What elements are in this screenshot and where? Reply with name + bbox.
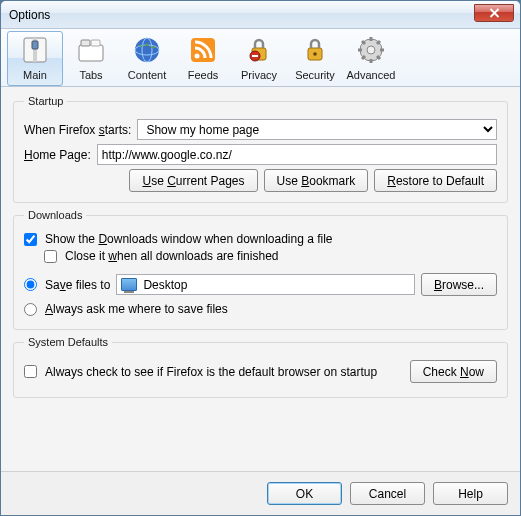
svg-rect-4 xyxy=(81,40,90,46)
desktop-icon xyxy=(121,278,137,291)
tab-main-label: Main xyxy=(23,69,47,81)
tabs-icon xyxy=(75,34,107,66)
svg-rect-2 xyxy=(32,41,38,49)
startup-group: Startup When Firefox starts: Show my hom… xyxy=(13,95,508,203)
content-icon xyxy=(131,34,163,66)
svg-rect-5 xyxy=(91,40,100,46)
privacy-icon xyxy=(243,34,275,66)
close-when-done-checkbox[interactable] xyxy=(44,250,57,263)
feeds-icon xyxy=(187,34,219,66)
security-icon xyxy=(299,34,331,66)
show-downloads-checkbox[interactable] xyxy=(24,233,37,246)
close-button[interactable] xyxy=(474,4,514,22)
check-now-button[interactable]: Check Now xyxy=(410,360,497,383)
system-defaults-legend: System Defaults xyxy=(24,336,112,348)
main-panel: Startup When Firefox starts: Show my hom… xyxy=(1,87,520,471)
svg-line-24 xyxy=(362,56,365,59)
tab-privacy[interactable]: Privacy xyxy=(231,31,287,86)
svg-point-10 xyxy=(195,54,200,59)
when-starts-label: When Firefox starts: xyxy=(24,123,131,137)
svg-rect-13 xyxy=(252,55,258,57)
tab-feeds-label: Feeds xyxy=(188,69,219,81)
always-ask-label: Always ask me where to save files xyxy=(45,302,228,316)
dialog-footer: OK Cancel Help xyxy=(1,471,520,515)
category-toolbar: Main Tabs Content Feeds Privacy xyxy=(1,29,520,87)
save-files-to-radio[interactable] xyxy=(24,278,37,291)
always-ask-radio[interactable] xyxy=(24,303,37,316)
when-starts-select[interactable]: Show my home page xyxy=(137,119,497,140)
tab-advanced[interactable]: Advanced xyxy=(343,31,399,86)
use-bookmark-button[interactable]: Use Bookmark xyxy=(264,169,369,192)
svg-point-17 xyxy=(367,46,375,54)
home-page-label: Home Page: xyxy=(24,148,91,162)
tab-security-label: Security xyxy=(295,69,335,81)
browse-button[interactable]: Browse... xyxy=(421,273,497,296)
use-current-pages-button[interactable]: Use Current Pages xyxy=(129,169,257,192)
default-browser-label: Always check to see if Firefox is the de… xyxy=(45,365,404,379)
system-defaults-group: System Defaults Always check to see if F… xyxy=(13,336,508,398)
titlebar[interactable]: Options xyxy=(1,1,520,29)
svg-point-15 xyxy=(313,52,317,56)
downloads-group: Downloads Show the Downloads window when… xyxy=(13,209,508,330)
svg-line-23 xyxy=(377,56,380,59)
tab-main[interactable]: Main xyxy=(7,31,63,86)
tab-tabs[interactable]: Tabs xyxy=(63,31,119,86)
save-location-text: Desktop xyxy=(143,278,187,292)
startup-legend: Startup xyxy=(24,95,67,107)
tab-security[interactable]: Security xyxy=(287,31,343,86)
tab-content-label: Content xyxy=(128,69,167,81)
save-location-field[interactable]: Desktop xyxy=(116,274,415,295)
ok-button[interactable]: OK xyxy=(267,482,342,505)
tab-advanced-label: Advanced xyxy=(347,69,396,81)
cancel-button[interactable]: Cancel xyxy=(350,482,425,505)
default-browser-checkbox[interactable] xyxy=(24,365,37,378)
svg-point-6 xyxy=(135,38,159,62)
downloads-legend: Downloads xyxy=(24,209,86,221)
tab-content[interactable]: Content xyxy=(119,31,175,86)
tab-privacy-label: Privacy xyxy=(241,69,277,81)
tab-tabs-label: Tabs xyxy=(79,69,102,81)
save-files-to-label: Save files to xyxy=(45,278,110,292)
options-window: Options Main Tabs Content xyxy=(0,0,521,516)
tab-feeds[interactable]: Feeds xyxy=(175,31,231,86)
svg-line-25 xyxy=(377,41,380,44)
show-downloads-label: Show the Downloads window when downloadi… xyxy=(45,232,333,246)
svg-line-22 xyxy=(362,41,365,44)
advanced-icon xyxy=(355,34,387,66)
help-button[interactable]: Help xyxy=(433,482,508,505)
restore-default-button[interactable]: Restore to Default xyxy=(374,169,497,192)
home-page-input[interactable] xyxy=(97,144,497,165)
svg-rect-3 xyxy=(79,45,103,61)
window-title: Options xyxy=(9,8,50,22)
close-icon xyxy=(489,8,500,18)
main-icon xyxy=(19,34,51,66)
close-when-done-label: Close it when all downloads are finished xyxy=(65,249,278,263)
